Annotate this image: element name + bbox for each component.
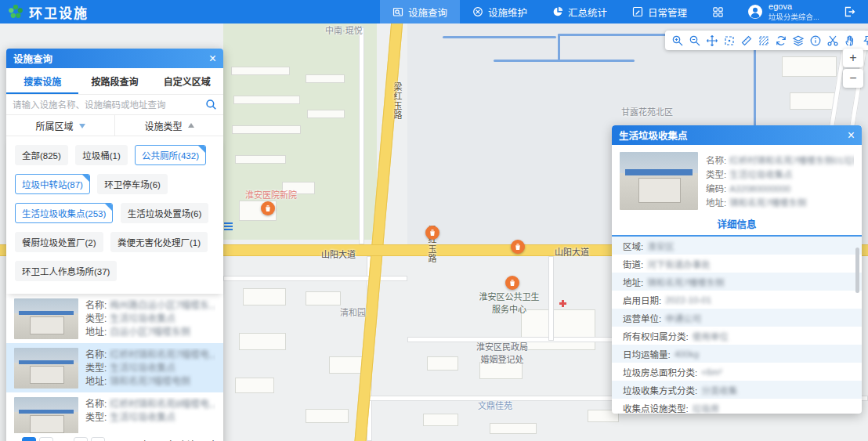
map-building [306,74,345,83]
trash-facility-marker[interactable] [425,226,439,240]
facility-name: 红桥村锦和名苑7幢楼东侧01垃圾收... [729,154,854,168]
user-account[interactable]: egova 垃圾分类综合... [736,0,830,23]
map-info-tool[interactable] [808,33,823,48]
facility-query-panel: 设施查询 × 搜索设施 按路段查询 自定义区域 所属区域 设施类型 全部(825… [6,49,223,441]
tab-detail-info[interactable]: 详细信息 [717,219,756,230]
nav-item-daily-manage[interactable]: 日常管理 [620,0,700,23]
map-zoom-control: + − [843,49,863,89]
pagination-bar: ‹ 1 2 ... 77 78 › 1/78 本页10条 合计772条 [6,433,223,441]
attr-label: 区域: [623,240,643,252]
tab-by-road[interactable]: 按路段查询 [78,68,150,94]
map-refresh-tool[interactable] [773,33,788,48]
chip-transfer-station[interactable]: 垃圾中转站(87) [15,174,90,194]
region-filter-dropdown[interactable]: 所属区域 [6,115,114,136]
attr-label: 街道: [623,258,643,270]
logout-button[interactable] [830,0,868,23]
map-extent-tool[interactable] [722,33,736,48]
map-pan-tool[interactable] [704,33,719,48]
facility-result-list: 名称:梅州路白运小区7幢楼东... 类型:生活垃圾收集点 地址:白运小区7幢楼东… [6,294,223,433]
detail-panel-header: 生活垃圾收集点 × [612,125,862,145]
attr-value: 垃圾房 [693,402,720,414]
attr-label: 垃圾房总面积分类: [623,366,697,378]
tab-custom-area[interactable]: 自定义区域 [151,68,223,94]
chip-parking-lot[interactable]: 环卫停车场(6) [97,174,168,194]
page-button-2[interactable]: 2 [39,437,53,441]
page-button-1[interactable]: 1 [22,437,36,441]
facility-address: 锦和名苑7幢楼电侧 [110,375,190,388]
map-building [233,96,300,104]
list-item[interactable]: 名称:红桥村锦和名苑8幢楼电... 类型:生活垃圾收集点 [6,392,223,433]
type-filter-dropdown[interactable]: 设施类型 [114,115,223,136]
trash-facility-marker[interactable] [261,201,275,215]
map-label-road: 山阳大道 [321,248,356,260]
facility-name: 红桥村锦和名苑8幢楼电... [110,398,215,411]
list-item-selected[interactable]: 名称:红桥村锦和名苑7幢楼电... 类型:生活垃圾收集点 地址:锦和名苑7幢楼电… [6,343,223,392]
chip-feces-treatment-plant[interactable]: 粪便无害化处理厂(1) [110,232,208,252]
nav-item-statistics[interactable]: 汇总统计 [540,0,620,23]
close-icon[interactable]: × [209,52,216,65]
facility-detail-panel: 生活垃圾收集点 × 名称:红桥村锦和名苑7幢楼东侧01垃圾收... 类型:生活垃… [612,125,862,414]
facility-code: A32080000000 [729,182,790,196]
prev-page-button[interactable]: ‹ [13,439,19,441]
nav-app-grid-button[interactable] [700,0,736,23]
list-item[interactable]: 名称:梅州路白运小区7幢楼东... 类型:生活垃圾收集点 地址:白运小区7幢楼东… [6,294,223,343]
pie-chart-icon [552,6,563,17]
field-label: 地址: [706,196,726,210]
next-page-button[interactable]: › [108,439,114,441]
map-layers-tool[interactable] [790,33,805,48]
detail-panel-title: 生活垃圾收集点 [619,128,688,143]
detail-row: 日均运输量:400kg [612,345,862,363]
map-building [490,423,537,434]
nav-item-facility-maintain[interactable]: 设施维护 [460,0,540,23]
map-road-minor [359,27,364,244]
zoom-out-button[interactable]: − [843,69,863,88]
detail-summary: 名称:红桥村锦和名苑7幢楼东侧01垃圾收... 类型:生活垃圾收集点 编码:A3… [612,145,862,213]
map-label-poi: 中南·琨悦 [325,23,363,36]
chip-public-toilet[interactable]: 公共厕所(432) [135,145,206,165]
map-pin-tool[interactable] [859,33,868,48]
map-building [307,110,345,118]
field-label: 名称: [85,349,107,362]
search-icon[interactable] [205,99,217,110]
detail-row: 运营单位:申通公司 [612,309,862,327]
chip-disposal-site[interactable]: 生活垃圾处置场(6) [121,203,209,223]
map-label-hospital: 淮安医院新院 [245,188,297,201]
scrollbar-thumb[interactable] [855,248,859,293]
app-title: 环卫设施 [29,2,89,22]
detail-attribute-list: 区域:淮安区 街道:河下街道办事处 地址:锦和名苑7幢楼东侧 启用日期:2022… [612,237,862,414]
detail-row: 区域:淮安区 [612,237,862,255]
page-ellipsis: ... [56,437,71,441]
map-measure-tool[interactable] [739,33,754,48]
map-zoom-in-tool[interactable] [670,33,685,48]
avatar-icon [747,4,763,20]
panel-collapse-handle[interactable] [224,221,233,232]
trash-facility-marker[interactable] [511,240,525,254]
map-canal [494,60,635,62]
field-label: 名称: [85,299,107,313]
page-button-78[interactable]: 78 [91,437,105,441]
edit-square-icon [632,6,643,17]
map-hand-tool[interactable] [842,33,857,48]
map-label-health-center: 淮安区公共卫生 服务中心 [458,290,560,315]
map-building [235,155,286,164]
chip-all[interactable]: 全部(825) [15,145,68,165]
map-zoom-out-tool[interactable] [687,33,702,48]
tab-search-facility[interactable]: 搜索设施 [6,68,78,94]
search-input[interactable] [13,100,205,110]
chip-trash-bin[interactable]: 垃圾桶(1) [75,145,128,165]
field-label: 类型: [706,168,726,182]
chip-collection-point[interactable]: 生活垃圾收集点(253) [15,203,113,223]
map-toolbar [665,31,868,50]
page-button-77[interactable]: 77 [74,437,88,441]
chip-worker-rest-area[interactable]: 环卫工人作息场所(37) [15,261,117,281]
facility-address: 白运小区7幢楼东侧 [110,326,190,338]
nav-item-facility-query[interactable]: 设施查询 [380,0,460,23]
trash-facility-marker[interactable] [505,276,519,290]
map-building [243,288,286,305]
chip-kitchen-waste-plant[interactable]: 餐厨垃圾处置厂(2) [15,232,103,252]
zoom-in-button[interactable]: + [843,49,863,67]
nav-item-label: 设施维护 [488,5,527,20]
close-icon[interactable]: × [848,129,855,142]
map-polygon-select-tool[interactable] [756,33,771,48]
map-cut-tool[interactable] [825,33,840,48]
